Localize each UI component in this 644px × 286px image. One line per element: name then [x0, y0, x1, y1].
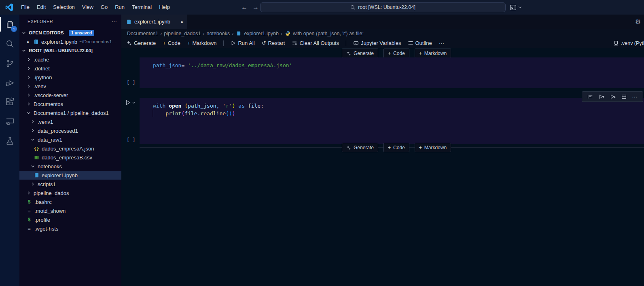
- menu-go[interactable]: Go: [97, 0, 111, 15]
- cell-hover-toolbar: ⋯: [582, 91, 643, 102]
- add-markdown-cell-button[interactable]: + Markdown: [187, 40, 217, 46]
- settings-gear-icon[interactable]: ⚙: [635, 18, 641, 25]
- activity-source-control[interactable]: [0, 53, 19, 73]
- tree-item-documentos1-pipeline-dados1[interactable]: Documentos1 / pipeline_dados1: [19, 108, 121, 117]
- tree-item-data-processed1[interactable]: data_processed1: [19, 126, 121, 135]
- history-back-icon[interactable]: ←: [241, 4, 248, 11]
- tree-item--ipython[interactable]: .ipython: [19, 73, 121, 82]
- breadcrumb-item[interactable]: notebooks: [207, 31, 230, 36]
- tree-item-label: dados_empresaB.csv: [42, 155, 92, 161]
- outline-icon: [408, 40, 413, 46]
- chevron-down-icon[interactable]: [518, 5, 522, 9]
- generate-cell-button[interactable]: Generate: [342, 143, 378, 152]
- tree-item--vscode-server[interactable]: .vscode-server: [19, 91, 121, 100]
- tree-item-notebooks[interactable]: notebooks: [19, 162, 121, 171]
- tree-item--profile[interactable]: $.profile: [19, 215, 121, 224]
- run-cell-button[interactable]: [125, 100, 136, 106]
- breadcrumb-separator: ›: [203, 31, 204, 36]
- insert-code-cell-button[interactable]: + Code: [383, 143, 409, 152]
- text-file-icon: ≡: [28, 226, 31, 232]
- tree-item-pipeline-dados[interactable]: pipeline_dados: [19, 189, 121, 197]
- breadcrumb-item[interactable]: pipeline_dados1: [164, 31, 201, 36]
- tree-item--venv1[interactable]: .venv1: [19, 117, 121, 126]
- activity-explorer[interactable]: 1: [0, 15, 19, 34]
- activity-run-debug[interactable]: [0, 73, 19, 92]
- split-cell-icon[interactable]: [621, 94, 627, 100]
- execute-cell-and-below-icon[interactable]: [610, 94, 616, 100]
- command-center-search[interactable]: root [WSL: Ubuntu-22.04]: [260, 2, 506, 12]
- kernel-icon: [613, 40, 619, 46]
- root-folder-header[interactable]: ROOT [WSL: UBUNTU-22.04]: [19, 46, 121, 55]
- execute-above-cells-icon[interactable]: [598, 94, 605, 100]
- tree-item--wget-hsts[interactable]: ≡.wget-hsts: [19, 224, 121, 233]
- toolbar-more-actions-icon[interactable]: ⋯: [439, 40, 445, 47]
- insert-markdown-cell-button[interactable]: + Markdown: [415, 143, 451, 152]
- restart-button[interactable]: ↺ Restart: [262, 40, 285, 46]
- history-forward-icon[interactable]: →: [252, 4, 259, 11]
- menu-run[interactable]: Run: [111, 0, 128, 15]
- menu-selection[interactable]: Selection: [49, 0, 78, 15]
- tree-item-dados-empresab-csv[interactable]: dados_empresaB.csv: [19, 153, 121, 162]
- cell-1-editor[interactable]: path_json= '../data_raw/dados_empresaA.j…: [140, 57, 644, 69]
- breadcrumb-item[interactable]: explorer1.ipynb: [244, 31, 278, 36]
- menu-terminal[interactable]: Terminal: [128, 0, 155, 15]
- tree-item-explorer1-ipynb[interactable]: explorer1.ipynb: [19, 171, 121, 180]
- run-all-button[interactable]: Run All: [231, 40, 254, 46]
- tree-item--motd-shown[interactable]: ≡.motd_shown: [19, 206, 121, 215]
- list-icon: ≡: [26, 226, 32, 232]
- editor-area: explorer1.ipynb ● ⚙ Documentos1 › pipeli…: [121, 15, 644, 286]
- insert-code-cell-button[interactable]: + Code: [383, 49, 409, 58]
- generate-cell-button[interactable]: Generate: [342, 49, 378, 58]
- tree-item--dotnet[interactable]: .dotnet: [19, 64, 121, 73]
- tree-item-dados-empresaa-json[interactable]: {}dados_empresaA.json: [19, 144, 121, 153]
- tree-item--bashrc[interactable]: $.bashrc: [19, 197, 121, 206]
- plus-icon: +: [187, 40, 191, 46]
- menu-view[interactable]: View: [78, 0, 97, 15]
- menu-edit[interactable]: Edit: [33, 0, 49, 15]
- clear-all-outputs-button[interactable]: Clear All Outputs: [292, 40, 339, 46]
- activity-extensions[interactable]: [0, 92, 19, 112]
- open-editor-item[interactable]: ● explorer1.ipynb ~/Documentos1...: [19, 37, 121, 46]
- tree-item--cache[interactable]: .cache: [19, 55, 121, 64]
- tree-item-documentos[interactable]: Documentos: [19, 100, 121, 108]
- code-cell-2[interactable]: with open (path_json, 'r') as file: prin…: [140, 98, 644, 144]
- kernel-picker[interactable]: .venv (Pytho: [613, 38, 644, 48]
- cell-more-actions-icon[interactable]: ⋯: [632, 93, 638, 100]
- code-cell-1[interactable]: path_json= '../data_raw/dados_empresaA.j…: [140, 57, 644, 88]
- notebook-canvas: Generate + Code + Markdown path_json= '.…: [121, 48, 644, 286]
- code-line: path_json= '../data_raw/dados_empresaA.j…: [153, 61, 644, 69]
- tree-item--venv[interactable]: .venv: [19, 82, 121, 91]
- breadcrumb-item[interactable]: with open (path_json, 'r') as file:: [293, 31, 364, 36]
- tree-item-label: data_processed1: [38, 128, 78, 134]
- jupyter-variables-button[interactable]: Jupyter Variables: [353, 40, 401, 46]
- run-by-line-icon[interactable]: [587, 94, 593, 100]
- add-code-cell-button[interactable]: + Code: [163, 40, 180, 46]
- chevron-right-icon: [26, 57, 32, 62]
- sparkle-icon: [127, 40, 132, 46]
- activity-search[interactable]: [0, 34, 19, 53]
- tree-item-scripts1[interactable]: scripts1: [19, 180, 121, 189]
- tab-explorer1-ipynb[interactable]: explorer1.ipynb ●: [121, 15, 187, 29]
- generate-button[interactable]: Generate: [127, 40, 156, 46]
- menu-file[interactable]: File: [17, 0, 33, 15]
- outline-button[interactable]: Outline: [408, 40, 432, 46]
- breadcrumb-separator: ›: [281, 31, 282, 36]
- tab-modified-dot-icon[interactable]: ●: [180, 19, 183, 24]
- explorer-more-actions-icon[interactable]: ⋯: [112, 18, 117, 25]
- toolbar-divider: [223, 40, 224, 46]
- menu-help[interactable]: Help: [155, 0, 174, 15]
- notebook-toolbar: Generate + Code + Markdown Run All ↺ Res…: [121, 38, 644, 48]
- tree-item-label: .wget-hsts: [34, 226, 58, 232]
- customize-layout-icon[interactable]: [510, 4, 517, 11]
- activity-remote-explorer[interactable]: [0, 112, 19, 131]
- activity-testing[interactable]: [0, 131, 19, 150]
- cell-2-editor[interactable]: with open (path_json, 'r') as file: prin…: [140, 98, 644, 117]
- insert-markdown-cell-button[interactable]: + Markdown: [415, 49, 451, 58]
- chevron-right-icon: [26, 66, 32, 71]
- tab-label: explorer1.ipynb: [134, 19, 170, 25]
- tree-item-data-raw1[interactable]: data_raw1: [19, 135, 121, 144]
- chevron-right-icon: [26, 93, 32, 97]
- breadcrumb-item[interactable]: Documentos1: [127, 31, 158, 36]
- tree-item-label: .ipython: [34, 74, 52, 81]
- open-editors-header[interactable]: OPEN EDITORS 1 unsaved: [19, 28, 121, 37]
